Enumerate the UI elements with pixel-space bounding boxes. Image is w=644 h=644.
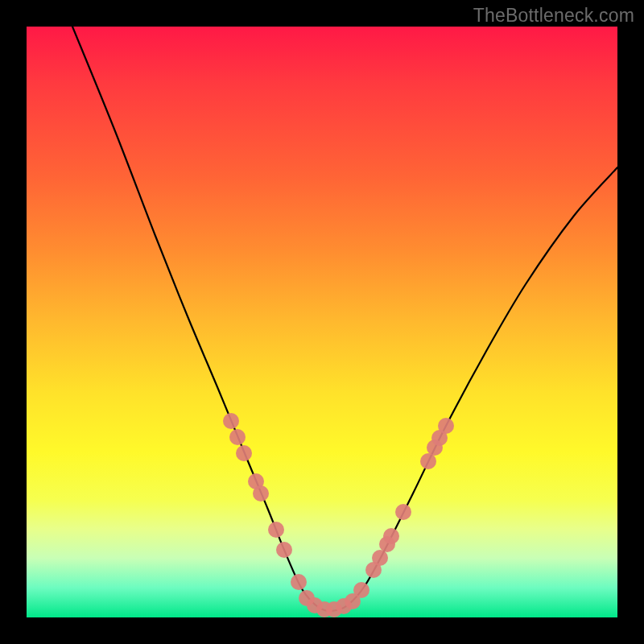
chart-plot-area	[27, 27, 617, 617]
curve-marker	[395, 504, 411, 520]
curve-marker	[353, 582, 369, 598]
curve-marker	[438, 418, 454, 434]
watermark-text: TheBottleneck.com	[473, 5, 634, 27]
curve-marker	[276, 542, 292, 558]
curve-marker	[420, 453, 436, 469]
curve-marker	[223, 413, 239, 429]
curve-markers	[223, 413, 454, 617]
curve-marker	[236, 445, 252, 461]
curve-marker	[383, 528, 399, 544]
chart-svg	[27, 27, 617, 617]
curve-marker	[229, 429, 246, 445]
curve-marker	[291, 574, 307, 590]
curve-marker	[268, 522, 284, 538]
curve-marker	[372, 550, 388, 566]
outer-frame: TheBottleneck.com	[0, 0, 644, 644]
curve-marker	[253, 485, 269, 502]
bottleneck-curve	[72, 27, 617, 611]
